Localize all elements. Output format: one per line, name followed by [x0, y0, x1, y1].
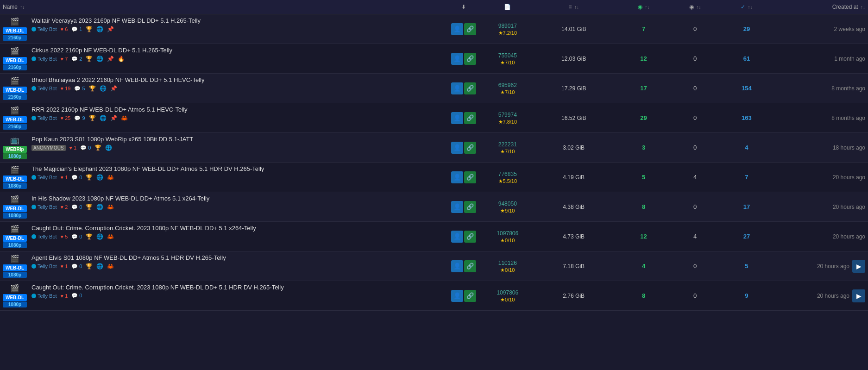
- heart-count: ♥ 5: [61, 234, 68, 239]
- torrent-download-button[interactable]: 🔗: [464, 53, 476, 65]
- leechers-cell: 0: [669, 74, 721, 103]
- created-at-cell: 20 hours ago: [772, 163, 868, 192]
- torrent-download-button[interactable]: 🔗: [464, 290, 476, 302]
- torrent-title-link[interactable]: Pop Kaun 2023 S01 1080p WebRip x265 10Bi…: [31, 136, 439, 143]
- download-cell: 👤 🔗: [441, 14, 485, 44]
- header-name[interactable]: Name ↑↓: [0, 0, 441, 14]
- created-at-text: 20 hours ago: [833, 174, 865, 181]
- torrent-name-info: Agent Elvis S01 1080p NF WEB-DL DD+ Atmo…: [31, 254, 439, 270]
- header-leechers[interactable]: ◉ ↑↓: [669, 0, 721, 14]
- torrent-download-button[interactable]: 🔗: [464, 112, 476, 124]
- badge-quality: WEBRip: [3, 146, 27, 153]
- torrent-id-link[interactable]: 1097806: [497, 230, 518, 237]
- uploader-icon: [31, 56, 36, 61]
- torrent-table: Name ↑↓ ⬇ 📄 ≡ ↑↓ ◉ ↑↓ ◉ ↑↓ ✓ ↑↓ Created …: [0, 0, 868, 311]
- torrent-id-link[interactable]: 755045: [498, 52, 517, 59]
- torrent-download-button[interactable]: 🔗: [464, 82, 476, 94]
- fire-icon: 🔥: [118, 56, 125, 62]
- trophy-icon: 🏆: [94, 144, 101, 151]
- torrent-title-link[interactable]: Caught Out: Crime. Corruption.Cricket. 2…: [31, 284, 439, 291]
- torrent-id-link[interactable]: 948050: [498, 201, 517, 207]
- header-files[interactable]: 📄: [485, 0, 529, 14]
- torrent-download-button[interactable]: 🔗: [464, 171, 476, 183]
- leechers-cell: 0: [669, 192, 721, 222]
- torrent-id-link[interactable]: 110126: [498, 260, 517, 266]
- torrent-title-link[interactable]: In His Shadow 2023 1080p NF WEB-DL DD+ A…: [31, 195, 439, 202]
- created-at-text: 20 hours ago: [817, 293, 849, 299]
- torrent-name-info: The Magician's Elephant 2023 1080p NF WE…: [31, 165, 439, 181]
- row-action-button[interactable]: ▶: [852, 260, 865, 273]
- magnet-download-button[interactable]: 👤: [451, 290, 463, 302]
- trophy-icon: 🏆: [86, 233, 93, 240]
- torrent-title-link[interactable]: Bhool Bhulaiyaa 2 2022 2160p NF WEB-DL D…: [31, 76, 439, 83]
- created-at-text: 2 weeks ago: [834, 26, 865, 32]
- comment-count: 💬 0: [71, 204, 82, 210]
- seeders-cell: 3: [618, 133, 669, 163]
- meta-row: Telly Bot ♥ 7💬 2🏆🌐📌🔥: [31, 56, 439, 62]
- star-rating: ★7/10: [500, 149, 515, 154]
- torrent-download-button[interactable]: 🔗: [464, 142, 476, 154]
- crab-icon: 🦀: [107, 263, 114, 270]
- download-cell: 👤 🔗: [441, 103, 485, 133]
- header-completed[interactable]: ✓ ↑↓: [721, 0, 772, 14]
- uploader-icon: [31, 205, 36, 209]
- badge-container: 📺 WEBRip 1080p: [3, 136, 27, 159]
- torrent-id-link[interactable]: 695962: [498, 82, 517, 88]
- magnet-download-button[interactable]: 👤: [451, 231, 463, 243]
- torrent-id-link[interactable]: 222231: [498, 141, 517, 148]
- badge-resolution: 1080p: [3, 301, 27, 307]
- torrent-download-button[interactable]: 🔗: [464, 23, 476, 35]
- size-cell: 3.02 GiB: [529, 133, 618, 163]
- badge-resolution: 1080p: [3, 153, 27, 159]
- torrent-download-button[interactable]: 🔗: [464, 260, 476, 272]
- magnet-download-button[interactable]: 👤: [451, 53, 463, 65]
- seeders-cell: 29: [618, 103, 669, 133]
- download-cell: 👤 🔗: [441, 44, 485, 74]
- torrent-title-link[interactable]: Caught Out: Crime. Corruption.Cricket. 2…: [31, 225, 439, 232]
- table-row: 🎬 WEB-DL 2160p RRR 2022 2160p NF WEB-DL …: [0, 103, 868, 133]
- torrent-title-link[interactable]: The Magician's Elephant 2023 1080p NF WE…: [31, 165, 439, 172]
- magnet-download-button[interactable]: 👤: [451, 23, 463, 35]
- globe-icon: 🌐: [96, 56, 103, 62]
- torrent-download-button[interactable]: 🔗: [464, 231, 476, 243]
- torrent-id-link[interactable]: 776835: [498, 171, 517, 177]
- star-rating: ★7.2/10: [498, 30, 517, 36]
- torrent-id-link[interactable]: 579974: [498, 112, 517, 118]
- star-rating: ★9/10: [500, 208, 515, 213]
- uploader-name: Telly Bot: [31, 293, 57, 299]
- torrent-title-link[interactable]: Agent Elvis S01 1080p NF WEB-DL DD+ Atmo…: [31, 254, 439, 261]
- torrent-id-link[interactable]: 989017: [498, 23, 517, 29]
- torrent-title-link[interactable]: RRR 2022 2160p NF WEB-DL DD+ Atmos 5.1 H…: [31, 106, 439, 113]
- name-cell: 🎬 WEB-DL 2160p Cirkus 2022 2160p NF WEB-…: [0, 44, 441, 74]
- created-container: 20 hours ago ▶: [775, 260, 865, 273]
- magnet-download-button[interactable]: 👤: [451, 260, 463, 272]
- globe-icon: 🌐: [105, 144, 112, 151]
- download-buttons: 👤 🔗: [444, 290, 483, 302]
- magnet-download-button[interactable]: 👤: [451, 201, 463, 213]
- header-size[interactable]: ≡ ↑↓: [529, 0, 618, 14]
- torrent-id-link[interactable]: 1097806: [497, 289, 518, 296]
- magnet-download-button[interactable]: 👤: [451, 112, 463, 124]
- header-seeders[interactable]: ◉ ↑↓: [618, 0, 669, 14]
- files-cell: 110126 ★0/10: [485, 251, 529, 281]
- header-created[interactable]: Created at ↑↓: [772, 0, 868, 14]
- magnet-download-button[interactable]: 👤: [451, 142, 463, 154]
- leechers-cell: 0: [669, 103, 721, 133]
- row-action-button[interactable]: ▶: [852, 289, 865, 302]
- torrent-title-link[interactable]: Cirkus 2022 2160p NF WEB-DL DD+ 5.1 H.26…: [31, 47, 439, 54]
- completed-cell: 27: [721, 222, 772, 251]
- created-at-text: 18 hours ago: [833, 144, 865, 151]
- magnet-download-button[interactable]: 👤: [451, 82, 463, 94]
- star-rating: ★5.5/10: [498, 178, 517, 184]
- trophy-icon: 🏆: [86, 263, 93, 270]
- comment-count: 💬 1: [71, 26, 82, 32]
- header-downloads[interactable]: ⬇: [441, 0, 485, 14]
- magnet-download-button[interactable]: 👤: [451, 171, 463, 183]
- uploader-icon: [31, 294, 36, 298]
- heart-count: ♥ 25: [61, 115, 71, 121]
- torrent-title-link[interactable]: Waltair Veerayya 2023 2160p NF WEB-DL DD…: [31, 17, 439, 24]
- created-container: 2 weeks ago: [775, 26, 865, 32]
- uploader-name: Telly Bot: [31, 175, 57, 180]
- download-cell: 👤 🔗: [441, 192, 485, 222]
- torrent-download-button[interactable]: 🔗: [464, 201, 476, 213]
